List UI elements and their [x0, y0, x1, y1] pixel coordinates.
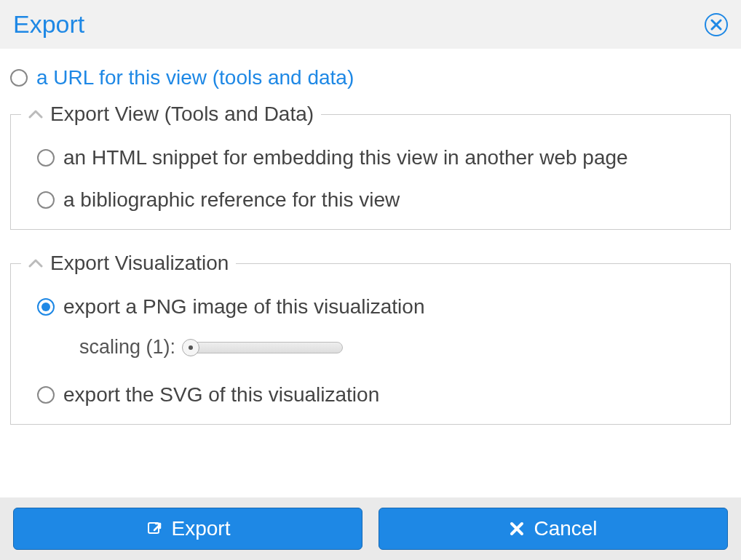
cancel-icon	[509, 521, 525, 537]
option-row-html[interactable]: an HTML snippet for embedding this view …	[21, 140, 720, 183]
close-icon	[710, 19, 722, 31]
group-title-viz: Export Visualization	[50, 252, 229, 275]
option-label-svg[interactable]: export the SVG of this visualization	[63, 383, 379, 407]
chevron-up-icon[interactable]	[28, 109, 43, 119]
option-label-html[interactable]: an HTML snippet for embedding this view …	[63, 146, 628, 169]
radio-png[interactable]	[37, 298, 55, 316]
scaling-row: scaling (1):	[21, 332, 720, 377]
radio-url[interactable]	[10, 69, 28, 87]
option-label-biblio[interactable]: a bibliographic reference for this view	[63, 188, 400, 212]
close-button[interactable]	[705, 13, 728, 36]
group-legend-viz: Export Visualization	[21, 252, 236, 275]
export-dialog: Export a URL for this view (tools and da…	[0, 0, 741, 560]
export-button[interactable]: Export	[13, 508, 362, 550]
scaling-slider[interactable]	[183, 342, 343, 353]
option-row-url[interactable]: a URL for this view (tools and data)	[10, 60, 731, 103]
dialog-title: Export	[13, 10, 84, 39]
option-label-png[interactable]: export a PNG image of this visualization	[63, 295, 424, 319]
slider-thumb[interactable]	[182, 339, 199, 356]
group-title-view: Export View (Tools and Data)	[50, 103, 314, 126]
group-export-viz: Export Visualization export a PNG image …	[10, 252, 731, 425]
group-export-view: Export View (Tools and Data) an HTML sni…	[10, 103, 731, 230]
option-row-biblio[interactable]: a bibliographic reference for this view	[21, 183, 720, 225]
cancel-button[interactable]: Cancel	[379, 508, 728, 550]
radio-html[interactable]	[37, 149, 55, 167]
export-button-label: Export	[172, 517, 231, 540]
option-row-png[interactable]: export a PNG image of this visualization	[21, 289, 720, 332]
dialog-footer: Export Cancel	[0, 497, 741, 560]
group-legend-view: Export View (Tools and Data)	[21, 103, 321, 126]
option-label-url[interactable]: a URL for this view (tools and data)	[36, 66, 354, 89]
cancel-button-label: Cancel	[534, 517, 597, 540]
dialog-body: a URL for this view (tools and data) Exp…	[0, 49, 741, 497]
option-row-svg[interactable]: export the SVG of this visualization	[21, 377, 720, 420]
export-icon	[146, 520, 163, 537]
radio-svg[interactable]	[37, 386, 55, 404]
dialog-header: Export	[0, 0, 741, 49]
chevron-up-icon[interactable]	[28, 258, 43, 268]
scaling-label: scaling (1):	[79, 336, 175, 359]
radio-biblio[interactable]	[37, 191, 55, 209]
